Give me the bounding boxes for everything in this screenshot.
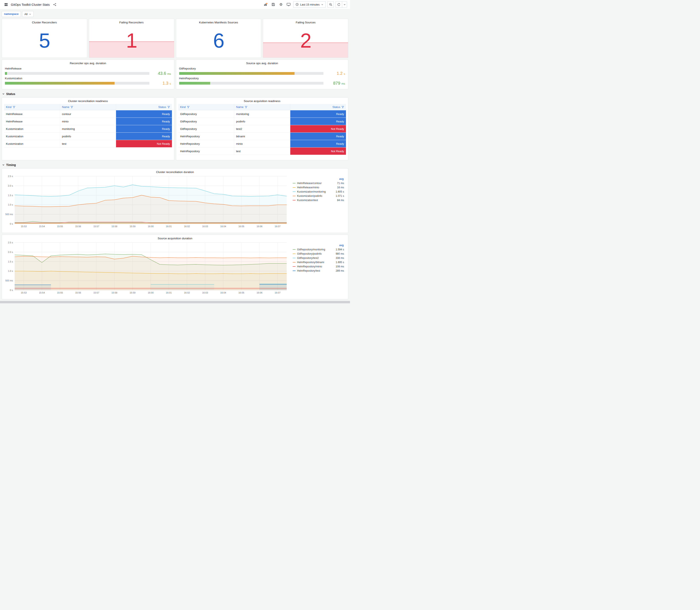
refresh-interval-dropdown[interactable] — [342, 1, 347, 7]
dashboard-title: GitOps Toolkit Cluster Stats — [11, 3, 50, 6]
filter-icon[interactable] — [167, 106, 170, 108]
tv-mode-button[interactable] — [286, 1, 292, 7]
refresh-button[interactable] — [336, 1, 342, 7]
legend-item[interactable]: Kustomization/test 84 ms — [293, 198, 344, 202]
dashboard-grid-icon[interactable] — [3, 1, 9, 7]
section-status[interactable]: Status — [0, 91, 350, 97]
legend-item[interactable]: GitRepository/test2 338 ms — [293, 256, 344, 260]
save-icon — [272, 3, 275, 6]
filter-icon[interactable] — [342, 106, 344, 108]
cell-status: Not Ready — [290, 125, 346, 132]
cell-kind: Kustomization — [4, 133, 60, 140]
chart-panel-1: Source acquisition duration 0 s500 ms1.0… — [2, 235, 348, 299]
legend-item[interactable]: Kustomization/podinfo 1.071 s — [293, 194, 344, 198]
legend-avg-header[interactable]: avg — [293, 244, 344, 247]
chart-body: 0 s500 ms1.0 s1.5 s2.0 s2.5 s15:5315:541… — [4, 175, 346, 231]
gauge-row: Reconciler ops avg. duration HelmRelease… — [0, 60, 350, 89]
cell-name: test — [60, 140, 116, 147]
chart-canvas[interactable]: 0 s500 ms1.0 s1.5 s2.0 s2.5 s15:5315:541… — [4, 175, 291, 229]
svg-text:16:06: 16:06 — [257, 291, 262, 294]
column-header-kind[interactable]: Kind — [178, 104, 234, 110]
add-panel-icon — [264, 2, 267, 6]
column-header-name[interactable]: Name — [60, 104, 116, 110]
svg-text:1.5 s: 1.5 s — [8, 260, 13, 263]
legend-item[interactable]: HelmRepository/test 289 ms — [293, 269, 344, 273]
gauge-value: 1.2 s — [326, 71, 345, 76]
section-status-label: Status — [6, 92, 15, 96]
svg-text:16:03: 16:03 — [202, 291, 208, 294]
series-avg-value: 108 ms — [336, 265, 344, 268]
table-header: Kind Name Status — [4, 104, 172, 110]
panel-title: Source ops avg. duration — [178, 61, 346, 66]
legend-item[interactable]: HelmRelease/minio 16 ms — [293, 185, 344, 190]
legend-avg-header[interactable]: avg — [293, 177, 344, 180]
series-name: GitRepository/podinfo — [297, 252, 334, 255]
cell-kind: GitRepository — [178, 125, 234, 132]
column-header-status[interactable]: Status — [116, 104, 172, 110]
panel-title: Failing Sources — [265, 20, 346, 25]
svg-text:15:57: 15:57 — [93, 225, 99, 228]
svg-text:500 ms: 500 ms — [5, 213, 13, 215]
column-header-name[interactable]: Name — [234, 104, 290, 110]
chart-canvas[interactable]: 0 s500 ms1.0 s1.5 s2.0 s2.5 s15:5315:541… — [4, 241, 291, 295]
section-timing[interactable]: Timing — [0, 162, 350, 168]
legend-item[interactable]: GitRepository/monitoring 1.594 s — [293, 247, 344, 252]
variable-label-pill[interactable]: namespace — [2, 11, 21, 17]
column-header-kind[interactable]: Kind — [4, 104, 60, 110]
chart-panel-0: Cluster reconciliation duration 0 s500 m… — [2, 168, 348, 233]
dashboard-header: GitOps Toolkit Cluster Stats ⚙ Last 15 m… — [0, 0, 350, 9]
gauge-body: GitRepository 1.2 s HelmRepository 879 m… — [178, 66, 346, 88]
cell-status: Ready — [290, 133, 346, 140]
svg-text:2.5 s: 2.5 s — [8, 241, 13, 244]
filter-icon[interactable] — [245, 106, 247, 108]
legend-item[interactable]: HelmRelease/contour 71 ms — [293, 181, 344, 185]
cell-name: podinfo — [60, 133, 116, 140]
legend-item[interactable]: HelmRepository/minio 108 ms — [293, 264, 344, 269]
time-range-picker[interactable]: Last 15 minutes — [293, 1, 326, 7]
series-color-sample — [293, 271, 296, 271]
svg-text:16:00: 16:00 — [148, 291, 153, 294]
gauge-panel-1: Source ops avg. duration GitRepository 1… — [176, 60, 348, 89]
series-name: HelmRepository/minio — [297, 265, 334, 268]
legend-item[interactable]: HelmRepository/bitnami 1.695 s — [293, 260, 344, 264]
series-name: Kustomization/test — [297, 199, 336, 202]
table-row: Kustomization test Not Ready — [4, 140, 172, 147]
series-avg-value: 1.695 s — [336, 261, 344, 264]
stat-panel-1: Failing Reconcilers 1 — [89, 19, 174, 58]
stat-value-wrap: 5 — [2, 23, 87, 58]
stat-value-wrap: 1 — [89, 23, 174, 58]
svg-text:16:04: 16:04 — [221, 291, 226, 294]
filter-icon[interactable] — [13, 106, 15, 108]
series-name: GitRepository/monitoring — [297, 248, 334, 251]
add-panel-button[interactable] — [263, 1, 268, 7]
panel-title: Source acquisition readiness — [178, 99, 346, 103]
gauge-panel-0: Reconciler ops avg. duration HelmRelease… — [2, 60, 174, 89]
gauge-value: 1.3 s — [152, 81, 171, 86]
svg-text:15:55: 15:55 — [57, 225, 63, 228]
filter-icon[interactable] — [187, 106, 190, 108]
gauge-row: Kustomization 1.3 s — [5, 77, 171, 86]
column-header-status[interactable]: Status — [290, 104, 346, 110]
svg-text:16:07: 16:07 — [275, 291, 281, 294]
variable-value-dropdown[interactable]: All — [22, 11, 33, 17]
series-color-sample — [293, 254, 296, 254]
svg-text:15:59: 15:59 — [130, 225, 135, 228]
cell-kind: Kustomization — [4, 125, 60, 132]
chevron-down-icon — [343, 3, 346, 6]
legend-item[interactable]: Kustomization/monitoring 1.605 s — [293, 190, 344, 194]
clock-icon — [296, 3, 298, 6]
cell-name: bitnami — [234, 133, 290, 140]
cell-kind: HelmRepository — [178, 140, 234, 147]
filter-icon[interactable] — [70, 106, 73, 108]
variable-name: namespace — [4, 13, 18, 16]
svg-text:15:54: 15:54 — [39, 225, 45, 228]
legend-item[interactable]: GitRepository/podinfo 980 ms — [293, 252, 344, 256]
gauge-body: HelmRelease 43.6 ms Kustomization 1.3 s — [4, 66, 172, 88]
zoom-out-button[interactable] — [327, 1, 334, 7]
gauge-track — [179, 82, 324, 85]
svg-text:15:56: 15:56 — [75, 225, 81, 228]
share-dashboard-button[interactable] — [52, 1, 58, 7]
save-dashboard-button[interactable] — [270, 1, 276, 7]
table-row: Kustomization podinfo Ready — [4, 133, 172, 140]
dashboard-settings-button[interactable]: ⚙ — [278, 1, 284, 7]
